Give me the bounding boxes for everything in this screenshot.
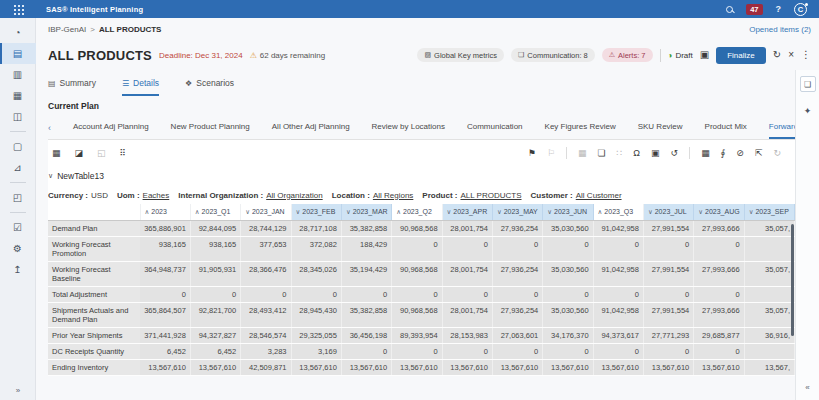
cell[interactable]: 35,382,858 xyxy=(341,221,391,237)
col-header-2023_JUL[interactable]: ∨2023_JUL xyxy=(643,204,693,221)
cell[interactable]: 0 xyxy=(442,237,492,262)
cell[interactable]: 938,165 xyxy=(190,237,240,262)
cell[interactable]: 90,968,568 xyxy=(392,303,442,328)
cell[interactable]: 13,567,610 xyxy=(392,360,442,376)
col-header-2023[interactable]: ∧2023 xyxy=(140,204,190,221)
cell[interactable]: 13,567,610 xyxy=(442,360,492,376)
cell[interactable]: 13,567,610 xyxy=(140,360,190,376)
cell[interactable]: 371,441,928 xyxy=(140,328,190,344)
cell[interactable]: 28,493,412 xyxy=(241,303,291,328)
filter-value-all-regions[interactable]: All Regions xyxy=(373,191,413,200)
cell[interactable]: 91,905,931 xyxy=(190,262,240,287)
calendar-icon[interactable]: ▦ xyxy=(52,149,61,158)
global-key-metrics-button[interactable]: ▨ Global Key metrics xyxy=(417,48,504,62)
cell[interactable]: 28,001,754 xyxy=(442,221,492,237)
cell[interactable]: 365,886,901 xyxy=(140,221,190,237)
col-header-2023_Q3[interactable]: ∧2023_Q3 xyxy=(593,204,643,221)
cell[interactable]: 92,821,700 xyxy=(190,303,240,328)
cell[interactable]: 89,393,954 xyxy=(392,328,442,344)
opened-items-link[interactable]: Opened items (2) xyxy=(749,25,811,34)
cell[interactable]: 35,030,560 xyxy=(543,262,593,287)
collapse-panel-button[interactable]: « xyxy=(805,383,809,392)
cell[interactable]: 13,567,610 xyxy=(291,360,341,376)
cell[interactable]: 372,082 xyxy=(291,237,341,262)
person-icon[interactable]: Ω xyxy=(633,149,640,158)
cell[interactable]: 0 xyxy=(694,344,744,360)
cell[interactable]: 27,936,254 xyxy=(492,303,542,328)
avatar[interactable]: C xyxy=(794,3,807,16)
cell[interactable]: 42,509,871 xyxy=(241,360,291,376)
cell[interactable]: 6,452 xyxy=(140,344,190,360)
cell[interactable]: 94,373,617 xyxy=(593,328,643,344)
cell[interactable]: 13,567,610 xyxy=(643,360,693,376)
bag-icon[interactable]: ◱ xyxy=(97,149,106,158)
cell[interactable]: 35,057, xyxy=(744,262,794,287)
tag-outline-icon[interactable]: ⚐ xyxy=(547,149,555,158)
cell[interactable]: 0 xyxy=(543,287,593,303)
search-icon[interactable] xyxy=(726,6,733,13)
subtab-communication[interactable]: Communication xyxy=(467,122,523,139)
cell[interactable]: 3,169 xyxy=(291,344,341,360)
cell[interactable]: 91,042,958 xyxy=(593,221,643,237)
cell[interactable]: 0 xyxy=(543,344,593,360)
subtab-all-other-adj-planning[interactable]: All Other Adj Planning xyxy=(272,122,350,139)
sidebar-item-doc-check-icon[interactable]: ☑ xyxy=(0,217,36,238)
cell[interactable]: 28,153,983 xyxy=(442,328,492,344)
cell[interactable]: 0 xyxy=(593,237,643,262)
col-header-2023_FEB[interactable]: ∨2023_FEB xyxy=(291,204,341,221)
data-table-icon[interactable]: ▦ xyxy=(701,149,710,158)
apps-menu-button[interactable] xyxy=(0,4,36,15)
cell[interactable] xyxy=(744,344,794,360)
col-header-2023_SEP[interactable]: ∨2023_SEP xyxy=(744,204,794,221)
cell[interactable]: 0 xyxy=(643,344,693,360)
cell[interactable]: 0 xyxy=(694,237,744,262)
cell[interactable]: 13,567,610 xyxy=(492,360,542,376)
cell[interactable]: 27,771,293 xyxy=(643,328,693,344)
cell[interactable]: 0 xyxy=(543,237,593,262)
cell[interactable]: 27,991,554 xyxy=(643,221,693,237)
cell[interactable]: 36,916, xyxy=(744,328,794,344)
cell[interactable]: 0 xyxy=(643,237,693,262)
image-icon[interactable]: ◪ xyxy=(75,149,84,158)
ai-assistant-icon[interactable]: ✦ xyxy=(804,106,812,116)
cell[interactable]: 28,345,026 xyxy=(291,262,341,287)
sidebar-item-folder-sync-icon[interactable]: ◰ xyxy=(0,187,36,208)
filter-value-all-customer[interactable]: All Customer xyxy=(576,191,622,200)
cell[interactable]: 13,567,610 xyxy=(190,360,240,376)
sidebar-item-chart-icon[interactable]: ⊿ xyxy=(0,157,36,178)
cell[interactable]: 0 xyxy=(492,344,542,360)
cell[interactable]: 27,993,666 xyxy=(694,262,744,287)
cell[interactable]: 94,327,827 xyxy=(190,328,240,344)
cell[interactable]: 13,567,610 xyxy=(543,360,593,376)
col-header-2023_Q1[interactable]: ∧2023_Q1 xyxy=(190,204,240,221)
col-header-2023_APR[interactable]: ∨2023_APR xyxy=(442,204,492,221)
paperclip-icon[interactable]: ∮ xyxy=(721,149,726,158)
cell[interactable]: 35,030,560 xyxy=(543,303,593,328)
vertical-scrollbar[interactable] xyxy=(791,224,794,336)
cell[interactable]: 28,001,754 xyxy=(442,303,492,328)
sidebar-item-table-gear-icon[interactable]: ⚙ xyxy=(0,238,36,259)
filter-value-all-products[interactable]: ALL PRODUCTS xyxy=(460,191,521,200)
cell[interactable]: 0 xyxy=(492,287,542,303)
sidebar-item-planning-doc-icon[interactable]: ▤ xyxy=(0,43,36,64)
subtab-key-figures-review[interactable]: Key Figures Review xyxy=(545,122,616,139)
cell[interactable]: 90,968,568 xyxy=(392,262,442,287)
cell[interactable]: 13,567, xyxy=(744,360,794,376)
subtab-sku-review[interactable]: SKU Review xyxy=(638,122,683,139)
clear-icon[interactable]: ⊘ xyxy=(736,149,744,158)
cell[interactable]: 0 xyxy=(190,287,240,303)
cell[interactable]: 0 xyxy=(392,344,442,360)
cell[interactable]: 28,717,108 xyxy=(291,221,341,237)
cell[interactable]: 0 xyxy=(140,287,190,303)
col-header-2023_MAY[interactable]: ∨2023_MAY xyxy=(492,204,542,221)
filter-value-eaches[interactable]: Eaches xyxy=(143,191,170,200)
cell[interactable]: 0 xyxy=(241,287,291,303)
cell[interactable]: 0 xyxy=(593,287,643,303)
grid-dots-icon[interactable]: ⠿ xyxy=(120,149,127,158)
finalize-button[interactable]: Finalize xyxy=(716,47,766,64)
cell[interactable]: 92,844,095 xyxy=(190,221,240,237)
subtab-account-adj-planning[interactable]: Account Adj Planning xyxy=(73,122,149,139)
cell[interactable]: 27,936,254 xyxy=(492,262,542,287)
col-header-2023_MAR[interactable]: ∨2023_MAR xyxy=(341,204,391,221)
cell[interactable]: 13,567,610 xyxy=(593,360,643,376)
